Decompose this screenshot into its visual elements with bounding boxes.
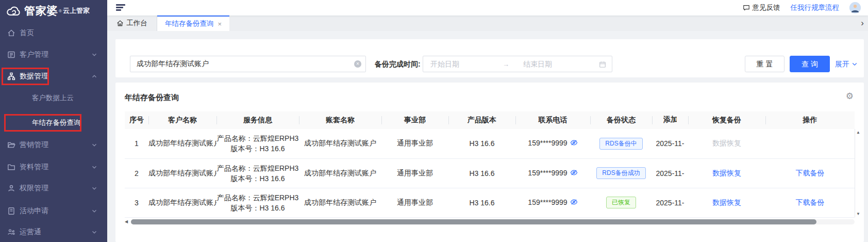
- col-service-info: 服务信息: [216, 111, 299, 129]
- start-date-input[interactable]: [430, 60, 503, 68]
- cell-backup-status: RDS备份中: [590, 129, 652, 158]
- data-restore-link[interactable]: 数据恢复: [712, 169, 741, 177]
- cell-customer: 成功部年结存测试账户: [148, 129, 216, 158]
- rules-process-link[interactable]: 任我行规章流程: [791, 3, 840, 12]
- search-field-wrap: ×: [130, 56, 366, 72]
- col-operation: 操作: [765, 111, 855, 129]
- table-header-row: 序号 客户名称 服务信息 账套名称 事业部 产品版本 联系电话 备份状态 添加时…: [125, 111, 855, 129]
- col-restore-backup: 恢复备份: [688, 111, 765, 129]
- feedback-button[interactable]: 意见反馈: [743, 3, 780, 12]
- reset-button[interactable]: 重 置: [745, 56, 784, 72]
- sidebar-item-permission-mgmt[interactable]: 权限管理: [0, 178, 107, 199]
- chevron-down-icon: [91, 185, 98, 192]
- chevron-down-icon: [91, 141, 98, 149]
- sidebar-item-data-mgmt[interactable]: 数据管理: [0, 66, 107, 87]
- sidebar-item-label: 资料管理: [20, 163, 48, 172]
- cell-account: 成功部年结存测试账户: [299, 158, 381, 188]
- cell-index: 3: [125, 188, 148, 217]
- avatar[interactable]: [849, 2, 861, 13]
- tab-overflow-right-icon[interactable]: ›: [861, 17, 864, 29]
- cell-restore: 数据恢复: [688, 129, 765, 158]
- gear-icon[interactable]: ⚙: [846, 92, 854, 101]
- collapse-menu-icon[interactable]: [116, 4, 126, 11]
- chevron-down-icon: [91, 207, 98, 215]
- sidebar-item-label: 运营通: [20, 228, 41, 237]
- operation-icon: [7, 228, 15, 236]
- col-division: 事业部: [381, 111, 448, 129]
- cell-backup-status: RDS备份成功: [590, 158, 652, 188]
- sidebar-item-material-mgmt[interactable]: 资料管理: [0, 156, 107, 178]
- chevron-down-icon: [91, 51, 98, 58]
- search-input[interactable]: [130, 56, 366, 72]
- tab-active-label: 年结存备份查询: [165, 19, 214, 28]
- chevron-down-icon: [91, 164, 98, 171]
- marketing-icon: [7, 141, 15, 149]
- sidebar-item-label: 客户管理: [20, 50, 48, 59]
- tab-workbench[interactable]: 工作台: [107, 15, 157, 31]
- table-row: 1 成功部年结存测试账户 产品名称：云辉煌ERPH3版本号：H3 16.6 成功…: [125, 129, 855, 158]
- feedback-label: 意见反馈: [753, 3, 780, 12]
- cell-division: 通用事业部: [381, 158, 448, 188]
- cell-add-time: 2025-11-: [652, 158, 688, 188]
- download-backup-link[interactable]: 下载备份: [796, 169, 825, 177]
- permission-icon: [7, 184, 15, 192]
- cloud-logo-icon: [6, 5, 22, 17]
- scroll-down-icon[interactable]: ▼: [856, 212, 860, 216]
- sidebar-item-marketing-mgmt[interactable]: 营销管理: [0, 134, 107, 156]
- sidebar-item-year-backup-query[interactable]: 年结存备份查询: [0, 112, 107, 134]
- scroll-left-icon[interactable]: ◀: [125, 219, 131, 225]
- horizontal-scroll-thumb[interactable]: [131, 219, 816, 224]
- tab-year-backup-query[interactable]: 年结存备份查询 ×: [157, 15, 229, 31]
- download-backup-link[interactable]: 下载备份: [796, 198, 825, 206]
- cell-add-time: 2025-11-: [652, 188, 688, 217]
- sidebar-item-label: 营销管理: [20, 140, 48, 150]
- eye-off-icon[interactable]: [570, 199, 578, 207]
- cell-backup-status: 已恢复: [590, 188, 652, 217]
- sidebar-item-activity-apply[interactable]: 活动申请: [0, 200, 107, 222]
- sidebar-item-operation-tong[interactable]: 运营通: [0, 221, 107, 242]
- cell-product-version: H3 16.6: [448, 158, 515, 188]
- cell-product-version: H3 16.6: [448, 188, 515, 217]
- cell-phone: 159****9999: [515, 188, 590, 217]
- cell-division: 通用事业部: [381, 129, 448, 158]
- cell-service-info: 产品名称：云辉煌ERPH3版本号：H3 16.6: [216, 158, 299, 188]
- brand-logo: 管家婆® 云上管家: [0, 0, 107, 18]
- eye-off-icon[interactable]: [570, 140, 578, 148]
- sidebar-item-customer-mgmt[interactable]: 客户管理: [0, 44, 107, 66]
- vertical-scrollbar[interactable]: ▲ ▼: [855, 129, 861, 217]
- expand-toggle[interactable]: 展开: [835, 56, 858, 72]
- sidebar-item-customer-data-cloud[interactable]: 客户数据上云: [0, 87, 107, 109]
- cell-customer: 成功部年结存测试账户: [148, 188, 216, 217]
- eye-off-icon[interactable]: [570, 170, 578, 178]
- customer-icon: [7, 51, 15, 59]
- date-range-picker[interactable]: →: [423, 56, 612, 72]
- activity-icon: [7, 207, 15, 215]
- cell-account: 成功部年结存测试账户: [299, 188, 381, 217]
- range-arrow: →: [503, 60, 523, 68]
- cell-product-version: H3 16.6: [448, 129, 515, 158]
- horizontal-scroll-track[interactable]: [131, 219, 855, 224]
- tab-close-icon[interactable]: ×: [218, 21, 222, 27]
- status-badge: 已恢复: [606, 197, 636, 208]
- end-date-input[interactable]: [523, 60, 585, 68]
- sidebar-item-home[interactable]: 首页: [0, 22, 107, 44]
- app-root: 管家婆® 云上管家 首页 客户管理 数据管理 客户数据上云 年结存备份查询 营销…: [0, 0, 868, 242]
- status-badge: RDS备份中: [599, 138, 642, 150]
- tab-workbench-label: 工作台: [126, 19, 147, 28]
- clear-input-icon[interactable]: ×: [354, 60, 361, 68]
- query-button[interactable]: 查 询: [790, 56, 830, 72]
- chevron-down-icon: [852, 61, 858, 67]
- horizontal-scrollbar[interactable]: ◀: [125, 219, 855, 225]
- top-right-group: 意见反馈 任我行规章流程: [743, 0, 861, 15]
- backup-table: 序号 客户名称 服务信息 账套名称 事业部 产品版本 联系电话 备份状态 添加时…: [125, 111, 855, 218]
- tab-bar: 工作台 年结存备份查询 × ›: [107, 15, 868, 31]
- data-restore-link[interactable]: 数据恢复: [712, 198, 741, 206]
- feedback-bubble-icon: [743, 4, 750, 11]
- data-restore-link: 数据恢复: [712, 139, 741, 147]
- col-product-version: 产品版本: [448, 111, 515, 129]
- cell-add-time: 2025-11-: [652, 129, 688, 158]
- brand-name: 管家婆: [24, 4, 58, 18]
- cell-account: 成功部年结存测试账户: [299, 129, 381, 158]
- col-add-time: 添加时间: [652, 111, 688, 129]
- scroll-up-icon[interactable]: ▲: [856, 130, 860, 135]
